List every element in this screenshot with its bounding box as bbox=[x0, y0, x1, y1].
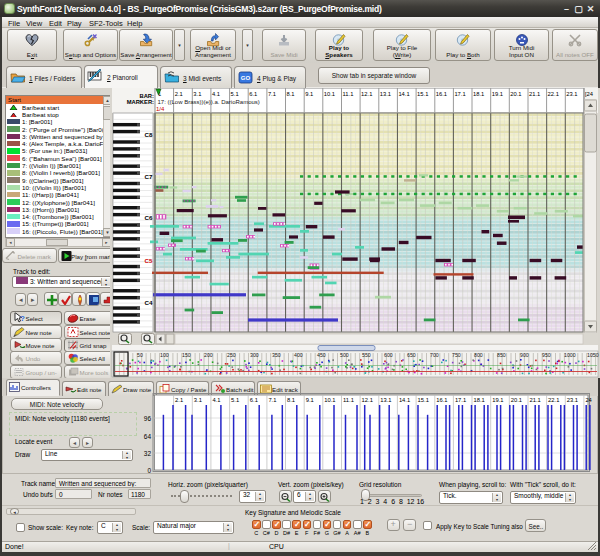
svg-text:4.1: 4.1 bbox=[212, 397, 220, 403]
svg-text:24: 24 bbox=[585, 397, 592, 403]
svg-text:8.1: 8.1 bbox=[287, 91, 295, 97]
svg-text:20.1: 20.1 bbox=[511, 397, 522, 403]
svg-text:550: 550 bbox=[362, 352, 371, 358]
svg-text:700: 700 bbox=[430, 352, 439, 358]
svg-text:750: 750 bbox=[452, 352, 461, 358]
svg-text:12.1: 12.1 bbox=[361, 91, 372, 97]
svg-text:500: 500 bbox=[340, 352, 349, 358]
svg-text:10.1: 10.1 bbox=[324, 397, 335, 403]
svg-text:850: 850 bbox=[497, 352, 506, 358]
svg-text:21.1: 21.1 bbox=[530, 397, 541, 403]
svg-text:4.1: 4.1 bbox=[212, 91, 220, 97]
svg-text:11.1: 11.1 bbox=[343, 397, 354, 403]
svg-text:1000: 1000 bbox=[564, 352, 576, 358]
svg-text:1/4: 1/4 bbox=[156, 106, 165, 112]
svg-text:17: ((Low Brass))(e)).a. Dario: 17: ((Low Brass))(e)).a. DarioRamous) bbox=[158, 99, 260, 105]
svg-text:9.1: 9.1 bbox=[305, 91, 313, 97]
svg-text:96: 96 bbox=[144, 415, 152, 422]
svg-text:8.1: 8.1 bbox=[287, 397, 295, 403]
svg-text:9.1: 9.1 bbox=[306, 397, 314, 403]
svg-text:100: 100 bbox=[160, 352, 169, 358]
svg-text:21.1: 21.1 bbox=[529, 91, 540, 97]
svg-text:C5: C5 bbox=[145, 257, 153, 264]
svg-text:20.1: 20.1 bbox=[510, 91, 521, 97]
svg-text:16.1: 16.1 bbox=[436, 397, 447, 403]
svg-text:450: 450 bbox=[317, 352, 326, 358]
svg-text:7.1: 7.1 bbox=[268, 91, 276, 97]
svg-text:MARKER:: MARKER: bbox=[127, 99, 154, 105]
svg-text:15.1: 15.1 bbox=[417, 91, 428, 97]
svg-text:19.1: 19.1 bbox=[492, 397, 503, 403]
svg-text:14.1: 14.1 bbox=[398, 91, 409, 97]
svg-text:?: ? bbox=[20, 314, 25, 323]
svg-text:650: 650 bbox=[407, 352, 416, 358]
svg-text:C4: C4 bbox=[145, 299, 153, 306]
svg-text:22.1: 22.1 bbox=[548, 91, 559, 97]
svg-text:GO: GO bbox=[241, 75, 251, 81]
svg-text:5.1: 5.1 bbox=[231, 397, 239, 403]
svg-text:350: 350 bbox=[272, 352, 281, 358]
svg-text:17.1: 17.1 bbox=[455, 397, 466, 403]
svg-text:3.1: 3.1 bbox=[193, 91, 201, 97]
svg-text:150: 150 bbox=[182, 352, 191, 358]
svg-text:11.1: 11.1 bbox=[343, 91, 354, 97]
svg-text:300: 300 bbox=[250, 352, 259, 358]
svg-text:14.1: 14.1 bbox=[399, 397, 410, 403]
svg-text:6.1: 6.1 bbox=[250, 397, 258, 403]
svg-text:5.1: 5.1 bbox=[231, 91, 239, 97]
svg-text:400: 400 bbox=[294, 352, 303, 358]
svg-text:6.1: 6.1 bbox=[249, 91, 257, 97]
svg-text:50: 50 bbox=[137, 352, 143, 358]
svg-text:12.1: 12.1 bbox=[362, 397, 373, 403]
svg-text:2.1: 2.1 bbox=[175, 397, 183, 403]
svg-text:800: 800 bbox=[474, 352, 483, 358]
svg-text:2.1: 2.1 bbox=[175, 91, 183, 97]
svg-text:[24: [24 bbox=[585, 91, 594, 97]
svg-text:23.1: 23.1 bbox=[567, 397, 578, 403]
svg-text:C8: C8 bbox=[145, 131, 153, 138]
svg-text:22.1: 22.1 bbox=[548, 397, 559, 403]
svg-text:600: 600 bbox=[384, 352, 393, 358]
svg-text:C7: C7 bbox=[145, 173, 153, 180]
svg-text:BAR:: BAR: bbox=[140, 93, 155, 99]
svg-text:900: 900 bbox=[520, 352, 529, 358]
svg-text:3.1: 3.1 bbox=[194, 397, 202, 403]
svg-text:16.1: 16.1 bbox=[436, 91, 447, 97]
svg-text:200: 200 bbox=[204, 352, 213, 358]
svg-text:23.1: 23.1 bbox=[566, 91, 577, 97]
svg-text:250: 250 bbox=[227, 352, 236, 358]
svg-text:64: 64 bbox=[144, 433, 152, 440]
svg-text:13.1: 13.1 bbox=[380, 397, 391, 403]
svg-text:19.1: 19.1 bbox=[492, 91, 503, 97]
svg-text:18.1: 18.1 bbox=[474, 397, 485, 403]
svg-text:7.1: 7.1 bbox=[268, 397, 276, 403]
svg-text:18.1: 18.1 bbox=[473, 91, 484, 97]
svg-text:32: 32 bbox=[144, 450, 152, 457]
svg-text:0: 0 bbox=[147, 467, 151, 474]
svg-text:1050: 1050 bbox=[587, 352, 599, 358]
svg-text:15.1: 15.1 bbox=[418, 397, 429, 403]
svg-text:17.1: 17.1 bbox=[454, 91, 465, 97]
svg-text:950: 950 bbox=[542, 352, 551, 358]
svg-text:10.1: 10.1 bbox=[324, 91, 335, 97]
svg-text:C6: C6 bbox=[145, 214, 153, 221]
svg-text:13.1: 13.1 bbox=[380, 91, 391, 97]
